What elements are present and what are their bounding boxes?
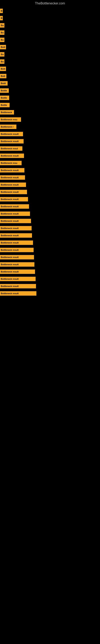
bar-label: Bottleneck result: [1, 191, 19, 193]
bottleneck-bar[interactable]: Bo: [0, 52, 4, 56]
bar-label: Bottleneck result: [1, 184, 19, 186]
bar-label: Bottle: [1, 96, 7, 99]
bar-row: Bottleneck result: [0, 211, 100, 216]
bar-row: Bo: [0, 37, 100, 43]
bottleneck-bar[interactable]: Bottleneck: [0, 110, 14, 114]
bar-label: Bottleneck resu: [1, 162, 17, 164]
bottleneck-bar[interactable]: Bottleneck result: [0, 219, 31, 223]
bottleneck-bar[interactable]: Bottleneck result: [0, 132, 23, 136]
bottleneck-bar[interactable]: Bottleneck result: [0, 284, 36, 288]
bottleneck-bar[interactable]: Bottleneck result: [0, 190, 27, 194]
bottleneck-bar[interactable]: Bottleneck result: [0, 154, 24, 158]
bar-label: Bottleneck result: [1, 234, 19, 237]
bottleneck-bar[interactable]: Bott: [0, 45, 6, 49]
bar-row: Bottle: [0, 88, 100, 94]
bar-row: Bottleneck result: [0, 218, 100, 224]
bar-label: Bottleneck: [1, 111, 12, 114]
bottleneck-bar[interactable]: Bottle: [0, 96, 9, 100]
bottleneck-bar[interactable]: B: [0, 16, 3, 20]
bar-label: Bott: [1, 75, 5, 77]
bars-container: BBBoBoBoBottBoBoBottBottBottlBottleBottl…: [0, 6, 100, 300]
bar-row: Bottleneck result: [0, 175, 100, 180]
bar-label: Bottle: [1, 104, 7, 106]
bar-row: Bottleneck result: [0, 168, 100, 173]
bottleneck-bar[interactable]: Bottleneck resu: [0, 117, 21, 122]
bar-row: Bottleneck resu: [0, 117, 100, 122]
bar-label: Bo: [1, 32, 4, 34]
bar-label: Bottleneck resul: [1, 147, 18, 150]
bar-row: Bottleneck result: [0, 240, 100, 246]
bottleneck-bar[interactable]: Bottleneck resu: [0, 161, 22, 165]
bar-row: Bottleneck result: [0, 196, 100, 202]
bottleneck-bar[interactable]: Bott: [0, 74, 6, 78]
bar-row: Bottle: [0, 95, 100, 100]
bar-label: Bottleneck result: [1, 212, 19, 215]
bar-row: Bottleneck result: [0, 226, 100, 231]
bar-label: Bottleneck result: [1, 169, 19, 172]
bar-label: Bo: [1, 53, 4, 56]
bar-label: B: [1, 17, 2, 19]
bottleneck-bar[interactable]: Bottleneck r: [0, 124, 16, 129]
bottleneck-bar[interactable]: Bottle: [0, 88, 9, 93]
bar-label: Bottleneck result: [1, 133, 19, 135]
bar-label: Bottleneck result: [1, 198, 19, 200]
bottleneck-bar[interactable]: Bottleneck result: [0, 262, 34, 267]
bar-row: Bottleneck result: [0, 204, 100, 209]
bar-row: Bottleneck result: [0, 182, 100, 188]
bottleneck-bar[interactable]: Bottleneck result: [0, 197, 28, 202]
bottleneck-bar[interactable]: Bottleneck result: [0, 255, 34, 260]
bar-label: Bottleneck result: [1, 249, 19, 251]
bottleneck-bar[interactable]: Bottleneck result: [0, 226, 32, 230]
bar-label: Bottleneck r: [1, 126, 14, 128]
bar-row: Bo: [0, 52, 100, 57]
bar-row: Bottleneck result: [0, 138, 100, 144]
bar-row: Bottleneck result: [0, 276, 100, 282]
bar-label: Bo: [1, 24, 4, 26]
bar-row: Bottleneck resul: [0, 146, 100, 151]
bottleneck-bar[interactable]: Bottleneck result: [0, 291, 36, 296]
bar-label: Bottleneck result: [1, 227, 19, 230]
bar-row: Bottleneck resu: [0, 160, 100, 166]
bar-row: B: [0, 15, 100, 21]
bottleneck-bar[interactable]: Bottleneck result: [0, 240, 33, 245]
bottleneck-bar[interactable]: Bottleneck result: [0, 139, 24, 144]
bar-label: Bottl: [1, 82, 6, 84]
bar-row: Bottle: [0, 102, 100, 108]
bar-label: Bott: [1, 68, 5, 70]
bottleneck-bar[interactable]: Bo: [0, 38, 4, 42]
bottleneck-bar[interactable]: Bottleneck result: [0, 182, 26, 187]
bar-row: Bottl: [0, 80, 100, 86]
bar-row: Bott: [0, 44, 100, 50]
bar-label: Bottleneck result: [1, 242, 19, 244]
bar-label: Bottleneck result: [1, 140, 19, 142]
bar-row: Bottleneck result: [0, 189, 100, 195]
bar-label: Bottle: [1, 89, 7, 92]
bottleneck-bar[interactable]: Bottleneck result: [0, 248, 34, 252]
bar-row: Bott: [0, 73, 100, 79]
site-title: TheBottlenecker.com: [0, 0, 100, 7]
bottleneck-bar[interactable]: Bo: [0, 30, 4, 35]
bottleneck-bar[interactable]: Bo: [0, 23, 4, 28]
bar-row: Bottleneck result: [0, 283, 100, 289]
bar-row: Bo: [0, 59, 100, 64]
bottleneck-bar[interactable]: Bottleneck result: [0, 175, 25, 180]
bottleneck-bar[interactable]: B: [0, 9, 3, 13]
bottleneck-bar[interactable]: Bottleneck result: [0, 233, 32, 238]
bottleneck-bar[interactable]: Bott: [0, 66, 6, 71]
bottleneck-bar[interactable]: Bottleneck result: [0, 277, 36, 281]
bar-row: Bott: [0, 66, 100, 72]
bar-label: Bottleneck resu: [1, 118, 17, 121]
bottleneck-bar[interactable]: Bottle: [0, 103, 10, 107]
bar-label: Bott: [1, 46, 5, 48]
bottleneck-bar[interactable]: Bottl: [0, 81, 8, 86]
bottleneck-bar[interactable]: Bo: [0, 59, 4, 64]
bar-row: Bottleneck result: [0, 262, 100, 267]
bottleneck-bar[interactable]: Bottleneck resul: [0, 146, 22, 151]
bar-label: Bo: [1, 39, 4, 41]
bar-label: Bottleneck result: [1, 256, 19, 258]
bottleneck-bar[interactable]: Bottleneck result: [0, 270, 35, 274]
bottleneck-bar[interactable]: Bottleneck result: [0, 204, 29, 209]
bottleneck-bar[interactable]: Bottleneck result: [0, 212, 30, 216]
bar-row: Bottleneck: [0, 110, 100, 115]
bottleneck-bar[interactable]: Bottleneck result: [0, 168, 24, 172]
